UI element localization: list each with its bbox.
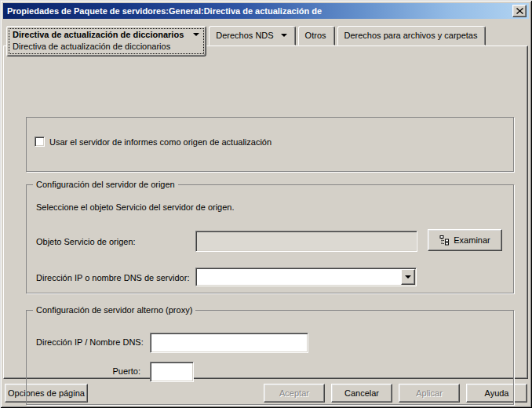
tab-otros-label: Otros: [305, 31, 326, 40]
report-source-checkbox[interactable]: [35, 137, 45, 147]
report-source-checkbox-row[interactable]: Usar el servidor de informes como origen…: [35, 137, 271, 147]
source-server-instruction: Seleccione el objeto Servicio del servid…: [36, 202, 235, 212]
report-source-checkbox-label: Usar el servidor de informes como origen…: [49, 137, 271, 147]
source-object-field: [195, 231, 417, 252]
tab-content-panel: Usar el servidor de informes como origen…: [3, 46, 528, 379]
tab-derechos-archivos-label: Derechos para archivos y carpetas: [344, 31, 478, 40]
server-address-combo-input[interactable]: [197, 269, 400, 285]
active-tab-sublabel: Directiva de actualización de diccionari…: [13, 42, 199, 51]
title-bar: Propiedades de Paquete de servidores:Gen…: [3, 3, 529, 19]
tab-dropdown-icon[interactable]: [281, 34, 287, 37]
proxy-port-label: Puerto:: [36, 366, 140, 376]
chevron-down-icon: [405, 275, 411, 279]
proxy-server-groupbox: Configuración de servidor alterno (proxy…: [26, 310, 514, 405]
proxy-group-title: Configuración de servidor alterno (proxy…: [33, 305, 195, 315]
window-title: Propiedades de Paquete de servidores:Gen…: [7, 6, 322, 16]
tab-derechos-nds-label: Derechos NDS: [216, 31, 273, 40]
tab-active-directiva[interactable]: Directiva de actualización de diccionari…: [6, 26, 206, 56]
browse-button[interactable]: Examinar: [428, 229, 502, 251]
server-address-combo-dropdown-button[interactable]: [401, 269, 415, 285]
source-object-label: Objeto Servicio de origen:: [36, 237, 136, 246]
properties-dialog: Propiedades de Paquete de servidores:Gen…: [0, 0, 532, 408]
tab-dropdown-icon[interactable]: [193, 33, 199, 36]
close-button[interactable]: [512, 5, 527, 17]
close-icon: [516, 8, 523, 14]
tab-derechos-nds[interactable]: Derechos NDS: [209, 26, 295, 46]
active-tab-label: Directiva de actualización de diccionari…: [13, 30, 184, 39]
proxy-port-field[interactable]: [150, 362, 194, 382]
server-address-label: Dirección IP o nombre DNS de servidor:: [36, 273, 189, 282]
browse-button-label: Examinar: [454, 235, 490, 245]
report-source-frame: Usar el servidor de informes como origen…: [26, 117, 514, 172]
tab-strip: Directiva de actualización de diccionari…: [6, 26, 488, 56]
tab-otros[interactable]: Otros: [298, 26, 335, 46]
proxy-address-label: Dirección IP / Nombre DNS:: [36, 337, 140, 347]
browse-tree-icon: [439, 235, 450, 246]
source-server-groupbox: Configuración del servidor de origen Sel…: [26, 184, 514, 293]
server-address-combobox[interactable]: [195, 268, 417, 286]
tab-derechos-archivos[interactable]: Derechos para archivos y carpetas: [337, 26, 486, 46]
source-server-group-title: Configuración del servidor de origen: [33, 180, 178, 189]
proxy-address-field[interactable]: [150, 333, 308, 353]
